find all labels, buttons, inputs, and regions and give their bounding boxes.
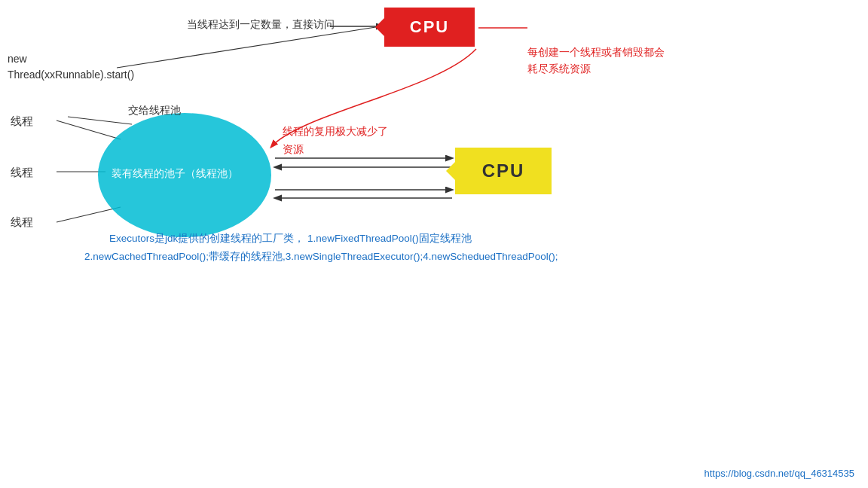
- give-to-pool-label: 交给线程池: [128, 104, 181, 117]
- new-thread-label: newThread(xxRunnable).start(): [8, 51, 134, 83]
- annotation-reuse: 线程的复用极大减少了 资源: [283, 123, 388, 159]
- executors-line2: 2.newCachedThreadPool();带缓存的线程池,3.newSin…: [84, 250, 558, 264]
- svg-line-3: [57, 207, 121, 222]
- cpu-box-red: CPU: [384, 8, 475, 47]
- annotation-top: 当线程达到一定数量，直接访问: [187, 18, 335, 32]
- cpu-box-yellow: CPU: [455, 148, 552, 194]
- thread-label-2: 线程: [11, 166, 33, 180]
- annotation-red: 每创建一个线程或者销毁都会 耗尽系统资源: [527, 44, 665, 78]
- watermark: https://blog.csdn.net/qq_46314535: [704, 468, 855, 479]
- thread-label-3: 线程: [11, 215, 33, 230]
- cpu-yellow-label: CPU: [482, 160, 525, 181]
- diagram-container: CPU CPU 装有线程的池子（线程池） 交给线程池 线程 线程 线程 newT…: [0, 0, 868, 488]
- svg-line-4: [68, 117, 132, 124]
- cpu-red-label: CPU: [410, 17, 449, 37]
- executors-line1: Executors是jdk提供的创建线程的工厂类， 1.newFixedThre…: [109, 232, 472, 246]
- thread-label-1: 线程: [11, 114, 33, 129]
- svg-line-9: [117, 26, 381, 68]
- svg-line-1: [57, 120, 121, 139]
- thread-pool-label: 装有线程的池子（线程池）: [112, 167, 238, 181]
